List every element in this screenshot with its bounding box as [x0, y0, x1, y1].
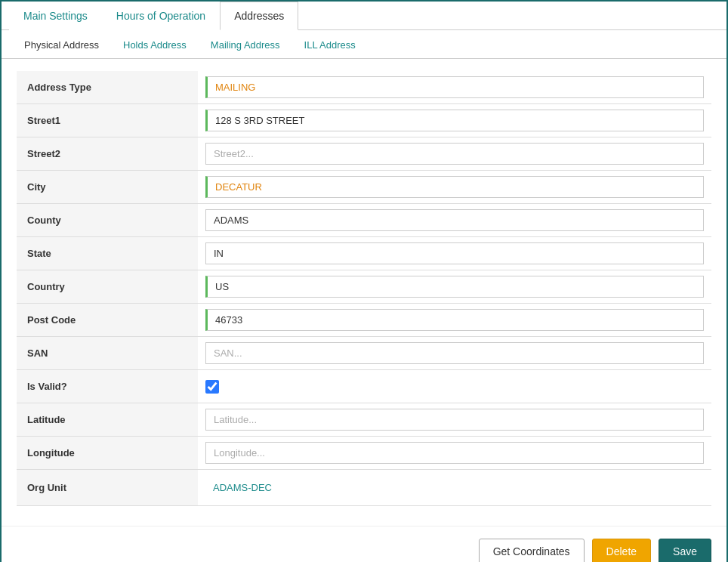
tab-main-settings[interactable]: Main Settings: [9, 2, 102, 30]
tab-hours-of-operation[interactable]: Hours of Operation: [102, 2, 220, 30]
get-coordinates-button[interactable]: Get Coordinates: [479, 539, 585, 562]
tab-addresses[interactable]: Addresses: [220, 2, 298, 30]
label-latitude: Latitude: [17, 403, 198, 436]
row-county: County: [17, 204, 711, 237]
input-address-type[interactable]: [205, 76, 704, 98]
delete-button[interactable]: Delete: [592, 539, 651, 562]
row-longitude: Longitude: [17, 437, 711, 470]
input-country[interactable]: [205, 276, 704, 298]
label-street1: Street1: [17, 104, 198, 137]
subtab-holds-address[interactable]: Holds Address: [111, 33, 199, 58]
subtab-physical-address[interactable]: Physical Address: [12, 33, 111, 58]
label-county: County: [17, 204, 198, 236]
label-state: State: [17, 237, 198, 270]
label-post-code: Post Code: [17, 304, 198, 336]
input-street1[interactable]: [205, 110, 704, 131]
value-state: [198, 237, 711, 270]
top-tab-bar: Main Settings Hours of Operation Address…: [2, 2, 726, 30]
label-street2: Street2: [17, 137, 198, 170]
input-street2[interactable]: [205, 143, 704, 165]
value-street2: [198, 137, 711, 170]
value-city: [198, 171, 711, 203]
row-post-code: Post Code: [17, 304, 711, 337]
value-is-valid: [198, 370, 711, 403]
input-county[interactable]: [205, 209, 704, 231]
value-org-unit: ADAMS-DEC: [198, 470, 711, 505]
org-unit-text: ADAMS-DEC: [205, 474, 279, 501]
value-country: [198, 270, 711, 303]
row-country: Country: [17, 270, 711, 304]
input-city[interactable]: [205, 176, 704, 198]
value-post-code: [198, 304, 711, 336]
label-country: Country: [17, 270, 198, 303]
row-san: SAN: [17, 337, 711, 370]
form-area: Address Type Street1 Street2 City: [2, 59, 726, 518]
row-address-type: Address Type: [17, 71, 711, 104]
input-latitude[interactable]: [205, 409, 704, 431]
row-is-valid: Is Valid?: [17, 370, 711, 403]
value-address-type: [198, 71, 711, 103]
row-org-unit: Org Unit ADAMS-DEC: [17, 470, 711, 506]
app-container: Main Settings Hours of Operation Address…: [0, 0, 728, 562]
value-street1: [198, 104, 711, 137]
label-longitude: Longitude: [17, 437, 198, 469]
input-state[interactable]: [205, 242, 704, 264]
label-address-type: Address Type: [17, 71, 198, 103]
input-san[interactable]: [205, 342, 704, 364]
label-is-valid: Is Valid?: [17, 370, 198, 403]
label-city: City: [17, 171, 198, 203]
save-button[interactable]: Save: [659, 539, 711, 562]
row-street2: Street2: [17, 137, 711, 171]
value-san: [198, 337, 711, 369]
subtab-mailing-address[interactable]: Mailing Address: [199, 33, 292, 58]
checkbox-is-valid[interactable]: [205, 380, 219, 394]
row-latitude: Latitude: [17, 403, 711, 437]
value-longitude: [198, 437, 711, 469]
value-latitude: [198, 403, 711, 436]
label-san: SAN: [17, 337, 198, 369]
input-post-code[interactable]: [205, 309, 704, 331]
label-org-unit: Org Unit: [17, 470, 198, 505]
footer: Get Coordinates Delete Save: [2, 526, 726, 562]
sub-tab-bar: Physical Address Holds Address Mailing A…: [2, 33, 726, 59]
row-city: City: [17, 171, 711, 204]
row-state: State: [17, 237, 711, 270]
subtab-ill-address[interactable]: ILL Address: [292, 33, 368, 58]
row-street1: Street1: [17, 104, 711, 137]
input-longitude[interactable]: [205, 442, 704, 464]
value-county: [198, 204, 711, 236]
